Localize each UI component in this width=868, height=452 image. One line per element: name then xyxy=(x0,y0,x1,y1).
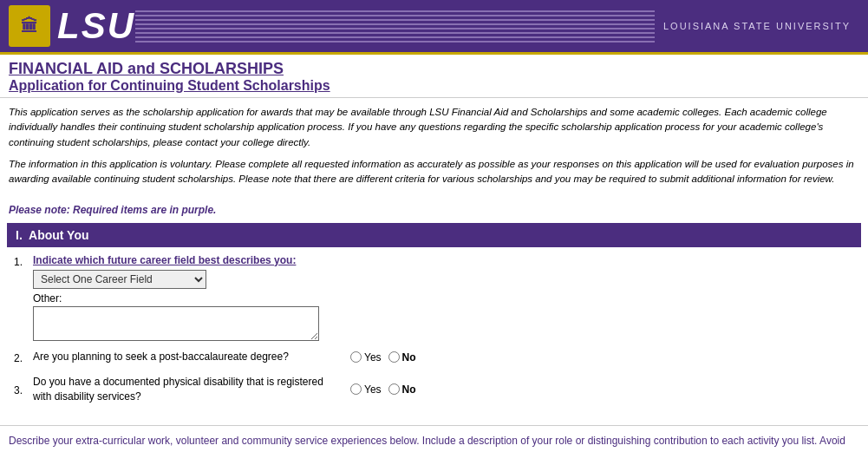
other-textarea[interactable] xyxy=(33,306,319,341)
question-3-number: 3. xyxy=(14,383,28,396)
bottom-text: Describe your extra-curricular work, vol… xyxy=(0,425,868,452)
intro-paragraph-1: This application serves as the scholarsh… xyxy=(9,105,859,150)
intro-paragraph-2: The information in this application is v… xyxy=(9,157,859,187)
question-1-text: Indicate which future career field best … xyxy=(33,254,854,266)
logo-area: 🏛 LSU xyxy=(9,5,135,47)
question-1-content: Indicate which future career field best … xyxy=(33,254,854,341)
lsu-logo-text: LSU xyxy=(57,8,135,44)
university-name: Louisiana State University xyxy=(663,21,859,31)
financial-aid-title: FINANCIAL AID and SCHOLARSHIPS xyxy=(9,60,859,78)
question-3-no-label: No xyxy=(402,383,416,396)
title-area: FINANCIAL AID and SCHOLARSHIPS Applicati… xyxy=(0,55,868,98)
intro-text: This application serves as the scholarsh… xyxy=(0,98,868,200)
question-2-yes[interactable]: Yes xyxy=(350,351,382,364)
header-stripes xyxy=(135,10,663,43)
question-3-text: Do you have a documented physical disabi… xyxy=(33,375,328,404)
question-2-no-label: No xyxy=(402,351,416,364)
question-1: 1. Indicate which future career field be… xyxy=(14,254,854,341)
question-3-no-radio[interactable] xyxy=(388,383,400,395)
career-field-dropdown[interactable]: Select One Career Field Business Educati… xyxy=(33,270,206,289)
question-3-yes-label: Yes xyxy=(364,383,382,396)
question-3-yes-radio[interactable] xyxy=(350,383,362,395)
section-header: I. About You xyxy=(7,223,861,247)
section-title: About You xyxy=(29,228,88,242)
question-2-text: Are you planning to seek a post-baccalau… xyxy=(33,350,328,364)
question-3-no[interactable]: No xyxy=(388,383,416,396)
bottom-text-content: Describe your extra-curricular work, vol… xyxy=(9,435,845,452)
required-note: Please note: Required items are in purpl… xyxy=(0,200,868,223)
question-2-yes-radio[interactable] xyxy=(350,351,362,363)
question-2-no-radio[interactable] xyxy=(388,351,400,363)
question-1-number: 1. xyxy=(14,254,28,268)
page-header: 🏛 LSU Louisiana State University xyxy=(0,0,868,55)
question-3: 3. Do you have a documented physical dis… xyxy=(14,375,854,404)
question-2-options: Yes No xyxy=(350,351,416,364)
question-2: 2. Are you planning to seek a post-bacca… xyxy=(14,350,854,364)
question-2-yes-label: Yes xyxy=(364,351,382,364)
lsu-building-icon: 🏛 xyxy=(9,5,50,47)
application-title: Application for Continuing Student Schol… xyxy=(9,78,859,94)
form-area: 1. Indicate which future career field be… xyxy=(0,247,868,421)
question-3-yes[interactable]: Yes xyxy=(350,383,382,396)
question-3-options: Yes No xyxy=(350,383,416,396)
section-number: I. xyxy=(16,228,23,242)
question-2-no[interactable]: No xyxy=(388,351,416,364)
question-2-number: 2. xyxy=(14,350,28,364)
other-label: Other: xyxy=(33,292,854,305)
